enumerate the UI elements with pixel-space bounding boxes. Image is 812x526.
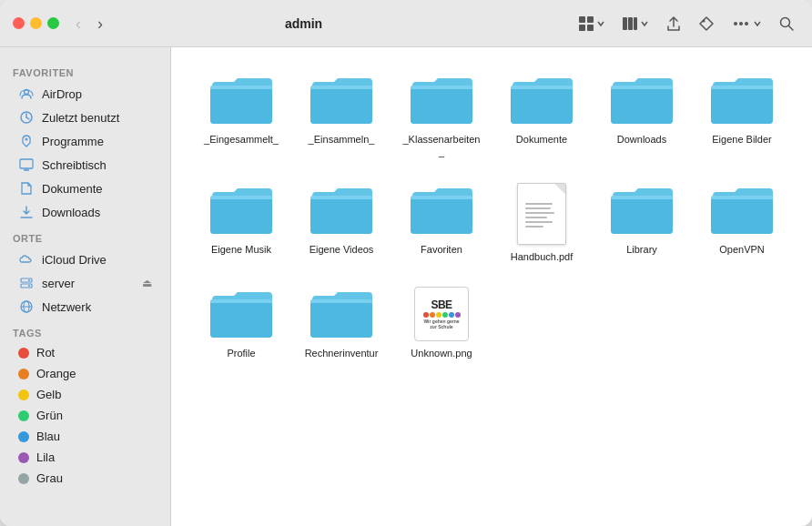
file-item-openvpn[interactable]: OpenVPN (694, 176, 790, 270)
file-item-favoriten[interactable]: Favoriten (393, 176, 490, 270)
svg-point-24 (28, 279, 30, 281)
file-item-dokumente[interactable]: Dokumente (493, 66, 590, 167)
netzwerk-label: Netzwerk (42, 300, 91, 314)
green-dot (18, 410, 29, 421)
file-item-eigene-videos[interactable]: Eigene Videos (293, 176, 390, 270)
folder-icon (609, 73, 675, 127)
downloads-sidebar-label: Downloads (42, 206, 100, 219)
share-icon (665, 15, 682, 32)
sidebar-item-server[interactable]: server ⏏ (5, 271, 165, 295)
sidebar-item-icloud[interactable]: iCloud Drive (5, 248, 165, 271)
search-button[interactable] (774, 13, 799, 35)
sidebar-item-airdrop[interactable]: AirDrop (5, 82, 165, 106)
network-icon (18, 298, 35, 315)
sidebar-item-schreibtisch[interactable]: Schreibtisch (5, 153, 165, 177)
file-label: Rechnerinventur (305, 347, 379, 359)
pdf-thumbnail (517, 183, 566, 245)
tag-icon (698, 15, 715, 32)
more-button[interactable] (726, 13, 766, 35)
sidebar-item-grau[interactable]: Grau (5, 468, 165, 489)
minimize-button[interactable] (30, 17, 42, 29)
toolbar-right (573, 13, 799, 35)
file-label: Dokumente (516, 133, 567, 146)
file-item-handbuch[interactable]: Handbuch.pdf (493, 176, 590, 270)
png-thumbnail: SBE Wir gehen gernezur Schule (414, 287, 469, 341)
svg-rect-1 (587, 16, 594, 23)
svg-rect-3 (587, 25, 594, 31)
file-label: Handbuch.pdf (511, 250, 573, 263)
file-item-einsammeln[interactable]: _Einsammeln_ (293, 66, 390, 167)
view-columns-button[interactable] (617, 13, 654, 35)
file-label: Eigene Videos (310, 243, 374, 256)
file-label: Library (626, 243, 657, 256)
sidebar-item-gelb[interactable]: Gelb (5, 384, 165, 405)
more-icon (731, 15, 751, 32)
svg-point-8 (734, 22, 737, 25)
chevron-down-icon2 (640, 19, 649, 28)
svg-rect-4 (623, 17, 627, 30)
titlebar: ‹ › admin (0, 0, 812, 47)
favorites-section-title: Favoriten (0, 58, 170, 82)
sidebar-item-gruen[interactable]: Grün (5, 405, 165, 426)
folder-icon (409, 183, 474, 238)
file-item-unknown-png[interactable]: SBE Wir gehen gernezur Schule (393, 279, 490, 367)
desktop-icon (18, 157, 35, 173)
folder-icon (309, 183, 374, 238)
zuletzt-label: Zuletzt benutzt (42, 111, 119, 125)
file-label: _Klassenarbeiten_ (401, 133, 482, 159)
view-grid-button[interactable] (573, 13, 610, 35)
gelb-label: Gelb (36, 388, 61, 401)
sidebar-item-downloads[interactable]: Downloads (5, 200, 165, 224)
doc-icon (18, 180, 35, 197)
file-label: Profile (227, 347, 255, 359)
svg-rect-23 (21, 284, 32, 288)
file-item-library[interactable]: Library (594, 176, 690, 270)
sidebar-item-netzwerk[interactable]: Netzwerk (5, 295, 165, 319)
file-label: OpenVPN (719, 243, 765, 256)
grau-label: Grau (36, 471, 63, 485)
sidebar-item-orange[interactable]: Orange (5, 363, 165, 384)
rot-label: Rot (36, 346, 55, 359)
sidebar-item-rot[interactable]: Rot (5, 342, 165, 363)
share-button[interactable] (661, 13, 686, 35)
lila-label: Lila (36, 450, 55, 464)
folder-icon (409, 73, 474, 127)
file-item-eigene-musik[interactable]: Eigene Musik (193, 176, 289, 270)
sidebar-item-lila[interactable]: Lila (5, 447, 165, 468)
tag-button[interactable] (694, 13, 719, 35)
close-button[interactable] (13, 17, 25, 29)
sidebar-item-blau[interactable]: Blau (5, 426, 165, 447)
server-label: server (42, 277, 75, 290)
file-item-rechnerinventur[interactable]: Rechnerinventur (293, 279, 390, 367)
sidebar-item-dokumente[interactable]: Dokumente (5, 177, 165, 200)
sidebar-item-zuletzt[interactable]: Zuletzt benutzt (5, 106, 165, 129)
file-item-eigene-bilder[interactable]: Eigene Bilder (694, 66, 790, 167)
grid-icon (578, 15, 594, 32)
search-icon (778, 15, 795, 32)
folder-icon (208, 183, 274, 238)
folder-icon (709, 183, 775, 238)
blau-label: Blau (36, 430, 60, 443)
svg-rect-0 (579, 16, 585, 23)
rocket-icon (18, 133, 35, 149)
eject-icon[interactable]: ⏏ (142, 277, 152, 289)
file-item-eingesammelt[interactable]: _Eingesammelt_ (193, 66, 289, 167)
file-item-klassenarbeiten[interactable]: _Klassenarbeiten_ (393, 66, 490, 167)
dokumente-sidebar-label: Dokumente (42, 182, 102, 196)
places-section-title: Orte (0, 224, 170, 248)
main-content: _Eingesammelt_ _Einsammeln_ (171, 47, 812, 526)
file-item-downloads[interactable]: Downloads (594, 66, 690, 167)
folder-icon (208, 73, 274, 127)
airdrop-icon (18, 86, 35, 102)
sidebar-item-programme[interactable]: Programme (5, 129, 165, 153)
gruen-label: Grün (36, 409, 63, 422)
download-icon (18, 204, 35, 220)
svg-point-17 (25, 138, 28, 141)
orange-label: Orange (36, 367, 76, 380)
file-item-profile[interactable]: Profile (193, 279, 289, 367)
schreibtisch-label: Schreibtisch (42, 158, 107, 172)
file-label: Downloads (617, 133, 666, 146)
red-dot (18, 348, 29, 359)
folder-icon (509, 73, 574, 127)
svg-rect-5 (628, 17, 633, 30)
